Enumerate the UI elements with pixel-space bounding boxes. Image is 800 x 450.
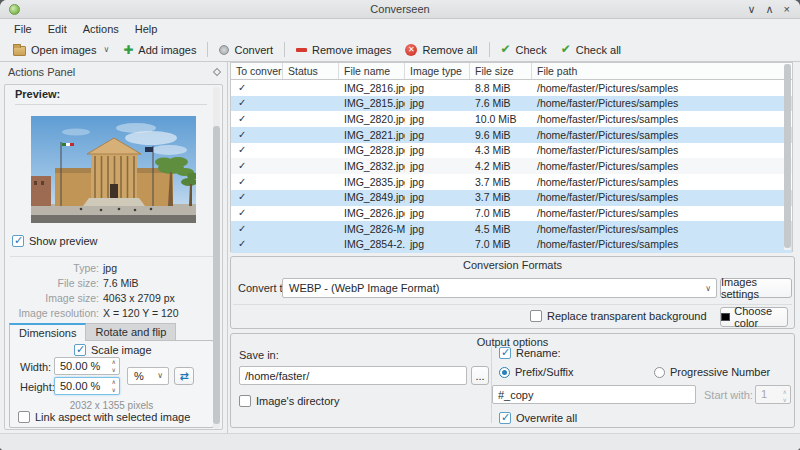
row-check-icon[interactable]: ✓ [231, 190, 283, 206]
checkbox-icon [499, 412, 511, 424]
images-settings-label: Images settings [721, 276, 791, 300]
overwrite-all-checkbox[interactable]: Overwrite all [499, 412, 577, 424]
add-images-button[interactable]: ✚ Add images [116, 41, 203, 59]
column-header[interactable]: File path [532, 63, 786, 79]
save-path-value: /home/faster/ [245, 370, 309, 382]
row-check-icon[interactable]: ✓ [231, 206, 283, 222]
row-file-size: 7.0 MiB [470, 206, 532, 222]
choose-color-button[interactable]: Choose color [720, 307, 788, 327]
menu-file[interactable]: File [6, 21, 40, 37]
table-row[interactable]: ✓IMG_2835.jpgjpg3.7 MiB/home/faster/Pict… [231, 174, 792, 190]
rename-checkbox[interactable]: Rename: [499, 347, 561, 359]
panel-scrollbar-thumb[interactable] [213, 126, 220, 424]
column-header[interactable]: Image type [405, 63, 470, 79]
column-header[interactable]: To convert [231, 63, 283, 79]
row-check-icon[interactable]: ✓ [231, 174, 283, 190]
table-row[interactable]: ✓IMG_2815.jpgjpg7.6 MiB/home/faster/Pict… [231, 96, 792, 112]
row-check-icon[interactable]: ✓ [231, 96, 283, 112]
row-check-icon[interactable]: ✓ [231, 143, 283, 159]
menu-help[interactable]: Help [127, 21, 166, 37]
start-with-spinbox[interactable]: 1 ∧∨ [755, 385, 791, 404]
row-check-icon[interactable]: ✓ [231, 221, 283, 237]
table-row[interactable]: ✓IMG_2816.jpgjpg8.8 MiB/home/faster/Pict… [231, 80, 792, 96]
row-image-type: jpg [405, 237, 470, 253]
titlebar[interactable]: Converseen ∨ ∧ × [0, 0, 800, 19]
menu-edit[interactable]: Edit [40, 21, 75, 37]
row-check-icon[interactable]: ✓ [231, 80, 283, 96]
progressive-number-radio[interactable]: Progressive Number [654, 366, 770, 378]
save-path-input[interactable]: /home/faster/ [239, 366, 467, 385]
images-directory-checkbox[interactable]: Image's directory [239, 395, 339, 407]
browse-button[interactable]: ... [471, 366, 489, 385]
height-spinbox[interactable]: 50.00 % ∧∨ [54, 377, 120, 395]
tab-rotate-and-flip[interactable]: Rotate and flip [86, 323, 176, 341]
scale-image-checkbox[interactable]: Scale image [74, 344, 152, 356]
convert-button[interactable]: Convert [212, 41, 280, 59]
table-row[interactable]: ✓IMG_2826-M...jpg4.5 MiB/home/faster/Pic… [231, 221, 792, 237]
spinner-arrows-icon[interactable]: ∧∨ [112, 378, 116, 394]
row-file-size: 4.5 MiB [470, 221, 532, 237]
format-combobox[interactable]: WEBP - (WebP Image Format) ∨ [282, 278, 717, 298]
table-row[interactable]: ✓IMG_2828.jpgjpg4.3 MiB/home/faster/Pict… [231, 143, 792, 159]
row-check-icon[interactable]: ✓ [231, 237, 283, 253]
images-settings-button[interactable]: Images settings [720, 278, 792, 298]
row-file-path: /home/faster/Pictures/samples [532, 158, 786, 174]
swap-dimensions-button[interactable]: ⇄ [174, 367, 194, 385]
row-file-name: IMG_2828.jpg [339, 143, 405, 159]
unit-combobox[interactable]: % ∨ [127, 367, 169, 385]
panel-float-icon[interactable] [213, 68, 221, 76]
row-check-icon[interactable]: ✓ [231, 111, 283, 127]
check-all-button[interactable]: ✔ Check all [554, 41, 628, 59]
open-images-button[interactable]: Open images ∨ [6, 41, 116, 59]
images-directory-label: Image's directory [256, 395, 339, 407]
row-file-name: IMG_2820.jpg [339, 111, 405, 127]
row-file-name: IMG_2816.jpg [339, 80, 405, 96]
column-header[interactable]: File name [339, 63, 405, 79]
row-check-icon[interactable]: ✓ [231, 127, 283, 143]
row-file-name: IMG_2854-2.j... [339, 237, 405, 253]
table-row[interactable]: ✓IMG_2826.jpgjpg7.0 MiB/home/faster/Pict… [231, 206, 792, 222]
row-check-icon[interactable]: ✓ [231, 158, 283, 174]
width-spinbox[interactable]: 50.00 % ∧∨ [54, 357, 120, 375]
tab-dimensions[interactable]: Dimensions [9, 323, 86, 341]
table-row[interactable]: ✓IMG_2849.jpgjpg3.7 MiB/home/faster/Pict… [231, 190, 792, 206]
link-aspect-checkbox[interactable]: Link aspect with selected image [18, 411, 190, 423]
remove-images-button[interactable]: Remove images [289, 41, 398, 59]
row-image-type: jpg [405, 221, 470, 237]
column-header[interactable]: Status [283, 63, 339, 79]
show-preview-checkbox[interactable]: Show preview [12, 235, 97, 247]
column-header[interactable]: File size [470, 63, 532, 79]
preview-label: Preview: [15, 88, 60, 100]
color-swatch-icon [721, 313, 730, 321]
prefix-suffix-radio[interactable]: Prefix/Suffix [499, 366, 574, 378]
row-image-type: jpg [405, 111, 470, 127]
row-file-path: /home/faster/Pictures/samples [532, 80, 786, 96]
minimize-icon[interactable]: ∨ [747, 3, 755, 16]
toolbar-separator [207, 42, 208, 57]
spinner-arrows-icon[interactable]: ∧∨ [112, 358, 116, 374]
checkbox-icon [239, 395, 251, 407]
radio-icon [654, 367, 665, 378]
open-folder-icon [13, 46, 26, 56]
maximize-icon[interactable]: ∧ [766, 3, 774, 16]
check-button[interactable]: ✔ Check [494, 41, 554, 59]
resolution-label: Image resolution: [18, 307, 99, 319]
table-row[interactable]: ✓IMG_2820.jpgjpg10.0 MiB/home/faster/Pic… [231, 111, 792, 127]
rename-pattern-input[interactable]: #_copy [492, 385, 696, 404]
file-size-value: 7.6 MiB [103, 277, 139, 289]
menu-actions[interactable]: Actions [75, 21, 127, 37]
table-row[interactable]: ✓IMG_2854-2.j...jpg7.0 MiB/home/faster/P… [231, 237, 792, 253]
window-title: Converseen [0, 3, 800, 15]
table-row[interactable]: ✓IMG_2832.jpgjpg4.2 MiB/home/faster/Pict… [231, 158, 792, 174]
replace-transparent-checkbox[interactable]: Replace transparent background [530, 310, 707, 322]
row-file-name: IMG_2826-M... [339, 221, 405, 237]
row-file-name: IMG_2821.jpg [339, 127, 405, 143]
close-icon[interactable]: × [784, 3, 790, 16]
table-scrollbar-thumb[interactable] [784, 64, 791, 248]
remove-all-button[interactable]: ✕ Remove all [398, 41, 484, 59]
toolbar-separator [284, 42, 285, 57]
checkbox-icon [74, 344, 86, 356]
table-row[interactable]: ✓IMG_2821.jpgjpg9.6 MiB/home/faster/Pict… [231, 127, 792, 143]
start-with-label: Start with: [704, 389, 753, 401]
checkbox-icon [530, 310, 542, 322]
